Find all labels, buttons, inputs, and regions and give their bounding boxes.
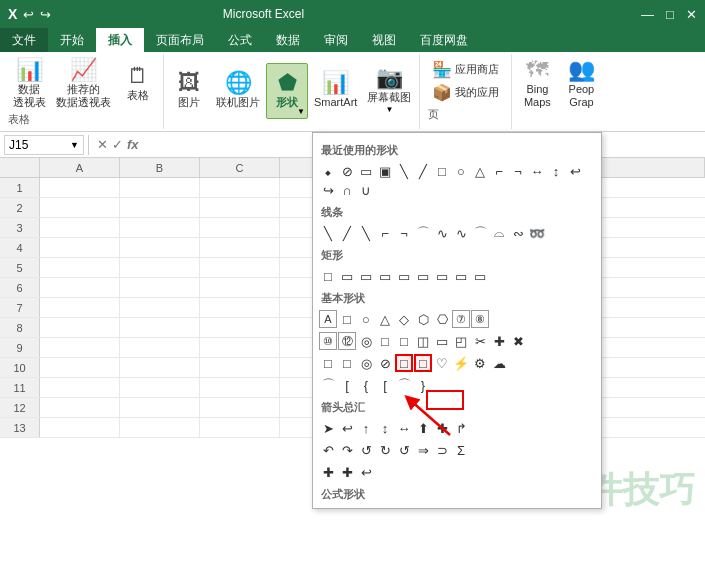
shape-recent-1[interactable]: ⬥ [319, 162, 337, 180]
shape-recent-16[interactable]: ∩ [338, 181, 356, 199]
basic-7[interactable]: ⑦ [452, 310, 470, 328]
arrow-1[interactable]: ➤ [319, 419, 337, 437]
arrow-14[interactable]: ⇒ [414, 441, 432, 459]
arrow-4[interactable]: ↕ [376, 419, 394, 437]
basic-arc2[interactable]: ⌒ [395, 376, 413, 394]
rect-9[interactable]: ▭ [471, 267, 489, 285]
arrow-6[interactable]: ⬆ [414, 419, 432, 437]
cell-A6[interactable] [40, 278, 120, 297]
confirm-icon[interactable]: ✓ [112, 137, 123, 152]
basic-circle2[interactable]: ◎ [357, 354, 375, 372]
rect-2[interactable]: ▭ [338, 267, 356, 285]
tab-data[interactable]: 数据 [264, 28, 312, 52]
cell-C5[interactable] [200, 258, 280, 277]
arrow-17[interactable]: ✚ [319, 463, 337, 481]
shape-recent-5[interactable]: ╲ [395, 162, 413, 180]
pivot-table-btn[interactable]: 📊 数据透视表 [8, 56, 50, 112]
tab-view[interactable]: 视图 [360, 28, 408, 52]
shape-recent-17[interactable]: ∪ [357, 181, 375, 199]
basic-10[interactable]: ⑩ [319, 332, 337, 350]
shape-recent-8[interactable]: ○ [452, 162, 470, 180]
basic-cross[interactable]: ✖ [509, 332, 527, 350]
line-11[interactable]: ∾ [509, 224, 527, 242]
shape-recent-6[interactable]: ╱ [414, 162, 432, 180]
basic-frame[interactable]: ◫ [414, 332, 432, 350]
restore-btn[interactable]: □ [666, 7, 674, 22]
arrow-16[interactable]: Σ [452, 441, 470, 459]
arrow-7[interactable]: ✚ [433, 419, 451, 437]
line-6[interactable]: ⌒ [414, 224, 432, 242]
basic-plus[interactable]: ✚ [490, 332, 508, 350]
basic-heart[interactable]: ♡ [433, 354, 451, 372]
basic-no[interactable]: ⊘ [376, 354, 394, 372]
tab-formula[interactable]: 公式 [216, 28, 264, 52]
arrow-11[interactable]: ↺ [357, 441, 375, 459]
basic-gear[interactable]: ⚙ [471, 354, 489, 372]
cell-C13[interactable] [200, 418, 280, 437]
tab-insert[interactable]: 插入 [96, 28, 144, 52]
shape-recent-12[interactable]: ↔ [528, 162, 546, 180]
basic-sq3[interactable]: □ [395, 332, 413, 350]
arrow-8[interactable]: ↱ [452, 419, 470, 437]
shapes-btn[interactable]: ⬟ 形状 ▼ [266, 63, 308, 119]
cell-A2[interactable] [40, 198, 120, 217]
cell-B11[interactable] [120, 378, 200, 397]
rect-5[interactable]: ▭ [395, 267, 413, 285]
basic-brace[interactable]: { [357, 376, 375, 394]
cell-B1[interactable] [120, 178, 200, 197]
arrow-13[interactable]: ↺ [395, 441, 413, 459]
rect-7[interactable]: ▭ [433, 267, 451, 285]
cell-ref-dropdown[interactable]: ▼ [70, 140, 79, 150]
minimize-btn[interactable]: — [641, 7, 654, 22]
undo-btn[interactable]: ↩ [23, 7, 34, 22]
cell-B12[interactable] [120, 398, 200, 417]
shape-recent-3[interactable]: ▭ [357, 162, 375, 180]
people-graph-btn[interactable]: 👥 PeopGrap [560, 56, 602, 112]
tab-layout[interactable]: 页面布局 [144, 28, 216, 52]
line-12[interactable]: ➿ [528, 224, 546, 242]
cell-C12[interactable] [200, 398, 280, 417]
screenshot-btn[interactable]: 📷 屏幕截图 ▼ [363, 63, 415, 119]
line-5[interactable]: ¬ [395, 224, 413, 242]
rect-4[interactable]: ▭ [376, 267, 394, 285]
cell-A12[interactable] [40, 398, 120, 417]
rect-1[interactable]: □ [319, 267, 337, 285]
tab-file[interactable]: 文件 [0, 28, 48, 52]
cell-B3[interactable] [120, 218, 200, 237]
cell-B13[interactable] [120, 418, 200, 437]
cell-B5[interactable] [120, 258, 200, 277]
basic-diamond[interactable]: ◇ [395, 310, 413, 328]
basic-hex[interactable]: ⬡ [414, 310, 432, 328]
basic-highlighted[interactable]: □ [395, 354, 413, 372]
function-icon[interactable]: fx [127, 137, 139, 152]
cell-A9[interactable] [40, 338, 120, 357]
picture-btn[interactable]: 🖼 图片 [168, 63, 210, 119]
arrow-5[interactable]: ↔ [395, 419, 413, 437]
arrow-9[interactable]: ↶ [319, 441, 337, 459]
cell-reference-box[interactable]: J15 ▼ [4, 135, 84, 155]
basic-12[interactable]: ⑫ [338, 332, 356, 350]
line-2[interactable]: ╱ [338, 224, 356, 242]
col-header-A[interactable]: A [40, 158, 120, 177]
cell-C1[interactable] [200, 178, 280, 197]
cell-B2[interactable] [120, 198, 200, 217]
tab-home[interactable]: 开始 [48, 28, 96, 52]
cell-A4[interactable] [40, 238, 120, 257]
basic-arc[interactable]: ⌒ [319, 376, 337, 394]
table-btn[interactable]: 🗒 表格 [117, 56, 159, 112]
cell-B9[interactable] [120, 338, 200, 357]
arrow-3[interactable]: ↑ [357, 419, 375, 437]
cell-A8[interactable] [40, 318, 120, 337]
line-3[interactable]: ╲ [357, 224, 375, 242]
cell-B4[interactable] [120, 238, 200, 257]
line-9[interactable]: ⌒ [471, 224, 489, 242]
cell-A3[interactable] [40, 218, 120, 237]
basic-b2[interactable]: □ [338, 354, 356, 372]
basic-tri[interactable]: △ [376, 310, 394, 328]
basic-brace2[interactable]: } [414, 376, 432, 394]
basic-8[interactable]: ⑧ [471, 310, 489, 328]
shape-recent-9[interactable]: △ [471, 162, 489, 180]
line-1[interactable]: ╲ [319, 224, 337, 242]
cell-C8[interactable] [200, 318, 280, 337]
basic-bracket2[interactable]: [ [376, 376, 394, 394]
